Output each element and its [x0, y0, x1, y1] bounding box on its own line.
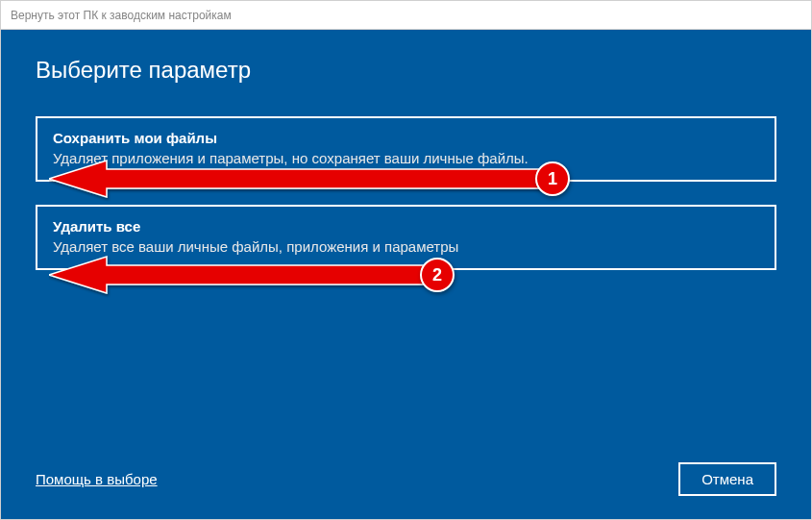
option-keep-files[interactable]: Сохранить мои файлы Удаляет приложения и… — [36, 116, 776, 182]
page-title: Выберите параметр — [36, 57, 776, 84]
annotation-badge-1-label: 1 — [548, 169, 557, 189]
dialog-content: Выберите параметр Сохранить мои файлы Уд… — [1, 30, 811, 519]
window-title: Вернуть этот ПК к заводским настройкам — [11, 9, 232, 22]
titlebar: Вернуть этот ПК к заводским настройкам — [1, 1, 811, 30]
option-remove-all-title: Удалить все — [53, 218, 759, 235]
annotation-badge-1: 1 — [535, 161, 570, 196]
cancel-button[interactable]: Отмена — [678, 462, 776, 496]
dialog-footer: Помощь в выборе Отмена — [36, 462, 776, 496]
annotation-badge-2: 2 — [420, 258, 455, 292]
annotation-badge-2-label: 2 — [432, 265, 442, 285]
reset-pc-dialog: Вернуть этот ПК к заводским настройкам В… — [0, 0, 812, 520]
option-remove-all-desc: Удаляет все ваши личные файлы, приложени… — [53, 238, 759, 255]
option-remove-all[interactable]: Удалить все Удаляет все ваши личные файл… — [36, 205, 776, 270]
option-keep-files-title: Сохранить мои файлы — [53, 130, 759, 146]
help-link[interactable]: Помощь в выборе — [36, 471, 158, 487]
option-keep-files-desc: Удаляет приложения и параметры, но сохра… — [53, 150, 759, 166]
